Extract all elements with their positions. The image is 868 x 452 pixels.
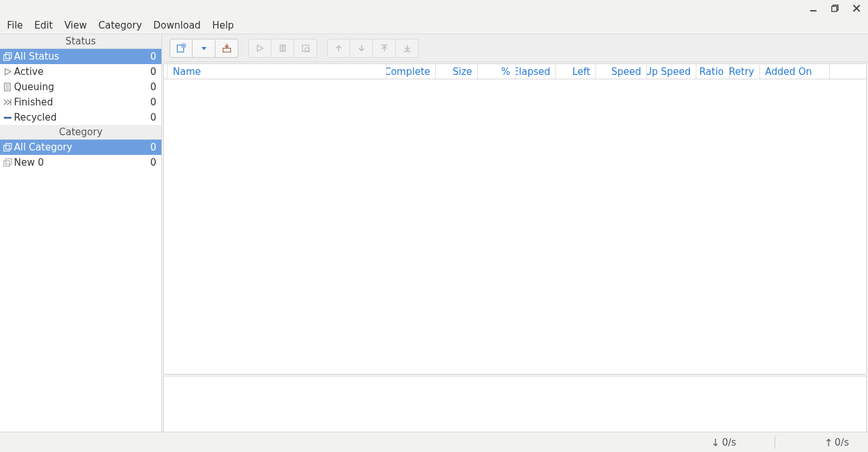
sidebar-item-label: New 0	[14, 157, 150, 168]
sidebar-item-count: 0	[150, 51, 156, 62]
properties-icon	[301, 44, 310, 53]
table-body	[164, 79, 866, 374]
column-header--[interactable]: %	[478, 64, 516, 79]
column-header-left[interactable]: Left	[556, 64, 596, 79]
upload-speed-value: 0/s	[835, 437, 849, 448]
doc-icon	[3, 82, 13, 92]
svg-rect-15	[6, 143, 11, 149]
sidebar-item-label: All Status	[14, 51, 150, 62]
close-icon	[853, 4, 860, 12]
menu-category[interactable]: Category	[93, 18, 148, 33]
sidebar-status-header: Status	[0, 34, 161, 49]
svg-rect-23	[223, 48, 231, 52]
svg-rect-17	[6, 159, 11, 164]
pause-button[interactable]	[271, 39, 294, 58]
move-up-button[interactable]	[327, 39, 350, 58]
column-header-ratio[interactable]: Ratio	[696, 64, 729, 79]
arrow-top-icon	[380, 44, 389, 53]
move-down-button[interactable]	[350, 39, 373, 58]
menu-edit[interactable]: Edit	[29, 18, 58, 33]
layers-icon	[3, 51, 13, 62]
sidebar-item-label: All Category	[14, 142, 150, 153]
column-header-added-on[interactable]: Added On	[760, 64, 830, 79]
detail-pane	[163, 375, 867, 432]
recycle-icon	[3, 112, 13, 123]
column-header-elapsed[interactable]: Elapsed	[516, 64, 556, 79]
svg-rect-27	[283, 45, 285, 51]
play-icon	[3, 67, 13, 77]
layers-icon	[3, 142, 13, 152]
up-arrow-icon	[826, 438, 831, 447]
menu-download[interactable]: Download	[147, 18, 207, 33]
move-bottom-button[interactable]	[396, 39, 419, 58]
sidebar-item-label: Recycled	[14, 112, 150, 123]
column-header-name[interactable]: Name	[168, 64, 386, 79]
pause-icon	[278, 44, 287, 53]
menubar: File Edit View Category Download Help	[0, 17, 868, 34]
sidebar-item-count: 0	[150, 142, 156, 153]
minimize-button[interactable]	[808, 3, 818, 13]
sidebar-item-count: 0	[150, 96, 156, 108]
arrow-bottom-icon	[403, 44, 412, 53]
statusbar: 0/s 0/s	[0, 432, 868, 452]
column-header-retry[interactable]: Retry	[729, 64, 760, 79]
svg-rect-6	[6, 53, 11, 58]
svg-rect-16	[4, 161, 10, 166]
column-header-size[interactable]: Size	[436, 64, 478, 79]
category-item-0[interactable]: All Category0	[0, 140, 161, 155]
status-item-4[interactable]: Recycled0	[0, 110, 161, 125]
upload-speed: 0/s	[826, 437, 849, 448]
sidebar-item-label: Queuing	[14, 81, 150, 93]
down-arrow-icon	[713, 438, 718, 447]
toolbar	[162, 34, 868, 62]
svg-marker-7	[5, 69, 11, 75]
svg-marker-22	[201, 47, 207, 50]
new-download-button[interactable]	[170, 39, 193, 58]
column-header-complete[interactable]: Complete	[386, 64, 436, 79]
play-icon	[255, 44, 264, 53]
status-item-0[interactable]: All Status0	[0, 49, 161, 64]
menu-help[interactable]: Help	[207, 18, 240, 33]
chevron-down-icon	[200, 44, 208, 52]
svg-line-30	[308, 51, 309, 52]
properties-button[interactable]	[294, 39, 317, 58]
svg-rect-14	[4, 145, 10, 151]
download-speed: 0/s	[713, 437, 736, 448]
move-top-button[interactable]	[373, 39, 396, 58]
sidebar-item-label: Active	[14, 66, 150, 77]
svg-rect-2	[832, 6, 837, 11]
column-header-up-speed[interactable]: Up Speed	[647, 64, 696, 79]
menu-view[interactable]: View	[58, 18, 93, 33]
sidebar-item-count: 0	[150, 112, 156, 123]
status-item-2[interactable]: Queuing0	[0, 79, 161, 95]
maximize-button[interactable]	[830, 3, 840, 13]
category-item-1[interactable]: New 00	[0, 155, 161, 170]
download-speed-value: 0/s	[722, 437, 736, 448]
svg-rect-13	[4, 117, 11, 119]
close-button[interactable]	[851, 3, 862, 13]
column-header-speed[interactable]: Speed	[596, 64, 647, 79]
arrow-down-icon	[357, 44, 366, 53]
svg-rect-26	[280, 45, 282, 51]
finished-icon	[3, 97, 13, 107]
status-item-3[interactable]: Finished0	[0, 95, 161, 110]
layers-grey-icon	[3, 157, 13, 168]
sidebar-item-count: 0	[150, 66, 156, 77]
sidebar-item-count: 0	[150, 81, 156, 93]
save-button[interactable]	[215, 39, 238, 58]
titlebar	[0, 0, 868, 17]
arrow-up-icon	[334, 44, 343, 53]
sidebar-item-count: 0	[150, 157, 156, 168]
download-table: NameCompleteSize%ElapsedLeftSpeedUp Spee…	[163, 63, 867, 375]
svg-rect-5	[4, 55, 10, 60]
sidebar-item-label: Finished	[14, 96, 150, 108]
minimize-icon	[810, 4, 817, 12]
restore-icon	[831, 4, 839, 12]
menu-file[interactable]: File	[1, 18, 29, 33]
save-icon	[222, 43, 232, 53]
sidebar-category-header: Category	[0, 125, 161, 140]
sidebar: Status All Status0Active0Queuing0Finishe…	[0, 34, 162, 432]
status-item-1[interactable]: Active0	[0, 64, 161, 79]
start-button[interactable]	[248, 39, 271, 58]
new-download-dropdown[interactable]	[193, 39, 215, 58]
